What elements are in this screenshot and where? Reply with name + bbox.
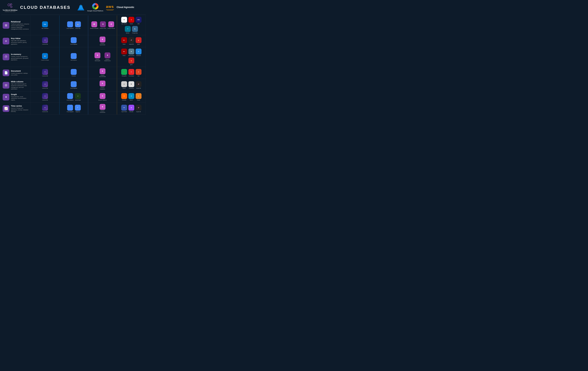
db-label: Amazon RedShift: [90, 28, 98, 29]
azure-cell-4: ✦Cosmos DB: [31, 79, 60, 92]
db-label: InfluxDB: [129, 111, 133, 113]
gcp-cell-6: 🔷Cloud Bigtable🔍BigQuery: [60, 103, 88, 115]
db-item: HHBase: [121, 81, 127, 89]
db-label: Giraph: [137, 100, 140, 101]
db-item: 📊Amazon RedShift: [90, 21, 98, 29]
cat-name: Relational: [11, 21, 29, 23]
db-label: Cosmos DB: [42, 111, 48, 113]
cat-text-0: RelationalTraditional applications, ente…: [11, 21, 29, 30]
db-item: λGiraph: [136, 93, 141, 101]
db-item: 🗄Amazon RDS: [100, 21, 106, 29]
db-icon: 🗄: [100, 81, 105, 86]
db-label: Cloud Spanner: [67, 28, 74, 29]
db-item: OOracle: [128, 17, 134, 25]
db-icon: 👁: [128, 81, 134, 87]
db-label: Redis: [123, 55, 126, 56]
cloud-agnostic-label: Cloud Agnostic: [117, 6, 134, 9]
db-icon: ✦: [42, 93, 48, 99]
db-item: 🗄Amazon Keyspaces: [98, 81, 107, 90]
db-icon: O: [128, 17, 134, 23]
svg-line-4: [10, 5, 11, 6]
db-label: SQL Server: [121, 23, 127, 25]
db-label: Ignite: [137, 44, 140, 45]
agnostic-cell-6: ##OpenTSDB◈InfluxDB🦑Scylla DB: [117, 103, 146, 115]
db-label: Oracle: [130, 23, 133, 25]
logo-icon: [7, 3, 13, 9]
db-label: SQL Database: [42, 28, 48, 29]
gcp-cell-1: 🔷Cloud Bigtable: [60, 35, 88, 47]
db-item: HHazelcast: [136, 49, 141, 56]
db-item: ✦Cosmos DB: [42, 93, 48, 101]
db-label: JanusGraph: [75, 100, 81, 101]
db-label: MongoDB: [122, 75, 126, 77]
cat-info-key-value: ≡Key-ValueHigh-traffic web applications,…: [1, 35, 31, 47]
db-item: SQLSQL Database: [42, 21, 48, 29]
db-label: Cache for Redis: [41, 60, 49, 61]
cloud-agnostic-logo: Cloud Agnostic: [117, 6, 134, 9]
db-item: 🔍BigQuery: [75, 105, 81, 113]
page-title: CLOUD DATABASES: [20, 5, 71, 10]
db-item: 🔥Ignite: [136, 37, 141, 45]
db-item: 👁Cassandra: [128, 81, 134, 89]
db-icon: 🦑: [128, 37, 134, 43]
db-item: 🌿MongoDB: [121, 69, 127, 77]
cat-icon-6: 📈: [3, 105, 9, 112]
cat-text-6: Time seriesInternet of Things (IoT) appl…: [11, 105, 29, 113]
gcp-cell-4: 🔷Cloud Bigtable: [60, 79, 88, 92]
db-label: Redis: [123, 44, 126, 45]
cat-name: Key-Value: [11, 37, 29, 40]
db-item: OOrientDB: [121, 93, 127, 101]
db-item: 🔷Cloud Bigtable: [70, 37, 77, 45]
db-icon: 🗄: [108, 21, 114, 27]
db-icon: SQL: [42, 21, 48, 27]
db-icon: 🗄: [100, 37, 105, 42]
db-icon: 💾: [42, 53, 48, 59]
db-icon: 🔷: [71, 37, 77, 43]
gcp-inner-circle: [94, 5, 97, 8]
aws-cell-5: 🗄Amazon Neptune: [88, 92, 117, 103]
db-icon: 🔷: [67, 105, 73, 111]
svg-marker-6: [79, 5, 83, 9]
db-item: ✦Cosmos DB: [42, 69, 48, 77]
db-label: Amazon Aurora: [108, 28, 115, 29]
db-item: 🔷Cloud Bigtable: [70, 81, 77, 89]
agnostic-cell-0: 🖥SQL ServerOOracleDB2DB2🐬MySQL🐘PostgreSQ…: [117, 15, 146, 35]
db-icon: 🔷: [71, 69, 77, 75]
db-item: 🔷Cloud Bigtable: [67, 105, 74, 113]
cat-name: Document: [11, 70, 29, 72]
db-item: 🦑Scylla DB: [136, 81, 141, 89]
agnostic-cell-1: ▶Redis🦑Scylla DB🔥Ignite: [117, 35, 146, 47]
db-label: Cassandra: [129, 88, 134, 89]
agnostic-cell-2: ▶RedisMMemcachedHHazelcast🔥Ignite: [117, 47, 146, 67]
db-label: Cosmos DB: [42, 44, 48, 45]
db-icon: 💾: [75, 21, 81, 27]
agnostic-cell-5: OOrientDBNNeo4JλGiraph: [117, 92, 146, 103]
db-label: Couchbase: [129, 75, 134, 77]
cat-info-document: 📄DocumentContent management, catalogs, u…: [1, 67, 31, 79]
db-item: 🔷Cloud Spanner: [67, 21, 74, 29]
logo-area: TechWorld WithMilan simplifying complex …: [3, 3, 18, 12]
db-label: Memorystore: [71, 60, 77, 61]
db-icon: N: [128, 93, 134, 99]
cat-icon-2: ⏱: [3, 54, 9, 60]
db-icon: S: [136, 69, 141, 75]
cat-info-wide-column: ⊟Wide columnHigh-scale industrial apps f…: [1, 79, 31, 92]
db-label: HBase: [123, 88, 126, 89]
db-item: 🐬MySQL: [125, 26, 131, 34]
db-label: Amazon ElasticCache: [103, 59, 112, 62]
aws-cell-2: 🗄Amazon MemoryDB🗄Amazon ElasticCache: [88, 47, 117, 67]
cat-name: Wide column: [11, 81, 29, 83]
azure-cell-5: ✦Cosmos DB: [31, 92, 60, 103]
db-icon: 📊: [91, 21, 97, 27]
db-label: Cosmos DB: [42, 88, 48, 89]
db-icon: 🔍: [75, 105, 81, 111]
db-item: 🗄Amazon Aurora: [108, 21, 115, 29]
db-icon: 🔥: [136, 37, 141, 43]
db-label: Cloud Bigtable: [67, 111, 74, 113]
agnostic-cell-3: 🌿MongoDBCCouchbaseSSolr: [117, 67, 146, 79]
cat-text-2: In-memoryCaching, session management, ga…: [11, 53, 29, 61]
db-icon: O: [121, 93, 127, 99]
azure-cell-2: 💾Cache for Redis: [31, 47, 60, 67]
gcp-logo: Google Cloud Platform: [87, 3, 103, 12]
db-label: Amazon MemoryDB: [93, 59, 102, 62]
